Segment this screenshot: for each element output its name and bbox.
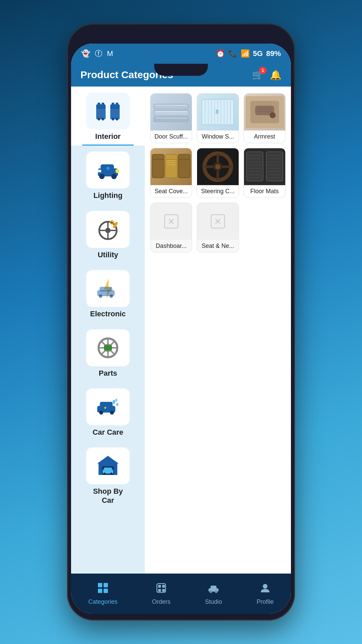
svg-point-134 bbox=[215, 590, 218, 593]
interior-icon-box bbox=[86, 93, 130, 129]
svg-rect-51 bbox=[104, 468, 112, 471]
svg-rect-16 bbox=[98, 170, 101, 172]
svg-point-30 bbox=[99, 294, 102, 298]
svg-rect-11 bbox=[116, 103, 118, 105]
shop-by-car-icon-box bbox=[86, 447, 130, 484]
svg-point-14 bbox=[99, 174, 105, 179]
svg-point-18 bbox=[106, 167, 110, 170]
orders-label: Orders bbox=[152, 598, 170, 605]
steering-name: Steering C... bbox=[197, 185, 238, 198]
svg-rect-123 bbox=[104, 583, 108, 587]
gmail-icon: M bbox=[107, 49, 113, 58]
svg-text:8: 8 bbox=[216, 109, 219, 115]
armrest-name: Armrest bbox=[244, 130, 285, 143]
svg-rect-10 bbox=[112, 103, 114, 105]
svg-rect-1 bbox=[96, 104, 106, 109]
seat-neck-image-placeholder bbox=[197, 203, 238, 240]
seat-cover-image bbox=[150, 148, 192, 185]
steering-image bbox=[197, 148, 238, 185]
floor-mat-image bbox=[244, 148, 285, 185]
product-card-window-shade[interactable]: 8 Window S... bbox=[197, 93, 239, 143]
cart-button[interactable]: 🛒 1 bbox=[252, 69, 264, 80]
window-shade-name: Window S... bbox=[197, 130, 238, 143]
door-scuff-name: Door Scuff... bbox=[150, 130, 192, 143]
svg-rect-56 bbox=[154, 117, 188, 122]
signal-icon: 5G bbox=[253, 49, 263, 58]
svg-point-44 bbox=[113, 400, 115, 404]
car-care-label: Car Care bbox=[93, 428, 123, 437]
nav-categories[interactable]: Categories bbox=[81, 582, 124, 605]
svg-rect-5 bbox=[102, 103, 104, 105]
svg-point-77 bbox=[270, 113, 275, 118]
window-shade-image: 8 bbox=[197, 94, 238, 130]
svg-point-43 bbox=[110, 411, 114, 415]
svg-rect-54 bbox=[154, 104, 188, 109]
svg-rect-125 bbox=[104, 589, 108, 593]
clock-icon: ⏰ bbox=[216, 49, 225, 58]
svg-point-45 bbox=[116, 403, 118, 406]
svg-rect-8 bbox=[112, 118, 114, 120]
svg-point-52 bbox=[104, 473, 106, 475]
svg-point-46 bbox=[115, 398, 117, 402]
orders-icon bbox=[156, 582, 167, 596]
svg-rect-6 bbox=[110, 108, 120, 119]
cart-badge: 1 bbox=[259, 67, 266, 74]
studio-icon bbox=[208, 582, 219, 596]
svg-point-31 bbox=[110, 294, 113, 298]
product-card-door-scuff[interactable]: Door Scuff... bbox=[150, 93, 192, 143]
svg-point-117 bbox=[170, 220, 172, 222]
product-card-floor-mats[interactable]: Floor Mats bbox=[244, 148, 286, 198]
sidebar-item-shop-by-car[interactable]: Shop ByCar bbox=[71, 441, 145, 509]
svg-rect-39 bbox=[104, 345, 112, 351]
lighting-icon-box bbox=[86, 152, 130, 189]
door-scuff-image bbox=[150, 94, 192, 130]
product-card-dashboard[interactable]: Dashboar... bbox=[150, 203, 192, 253]
svg-rect-3 bbox=[102, 118, 104, 120]
product-grid-area: Door Scuff... bbox=[145, 87, 291, 574]
svg-rect-0 bbox=[96, 108, 106, 119]
svg-rect-7 bbox=[110, 104, 120, 109]
svg-point-53 bbox=[110, 473, 112, 475]
product-card-steering[interactable]: Steering C... bbox=[197, 148, 239, 198]
svg-rect-78 bbox=[152, 158, 164, 178]
armrest-image bbox=[244, 94, 285, 130]
product-card-armrest[interactable]: Armrest bbox=[244, 93, 286, 143]
svg-point-15 bbox=[111, 174, 117, 179]
svg-rect-4 bbox=[98, 103, 100, 105]
electronic-icon-box bbox=[86, 270, 130, 307]
nav-profile[interactable]: Profile bbox=[250, 582, 280, 605]
electronic-label: Electronic bbox=[90, 310, 126, 318]
notch bbox=[154, 64, 208, 76]
svg-rect-127 bbox=[158, 585, 161, 588]
sidebar-item-utility[interactable]: Utility bbox=[71, 205, 145, 264]
snapchat-icon: 👻 bbox=[81, 49, 90, 58]
nav-orders[interactable]: Orders bbox=[145, 582, 177, 605]
product-grid: Door Scuff... bbox=[150, 93, 286, 253]
studio-label: Studio bbox=[205, 598, 222, 605]
svg-rect-124 bbox=[98, 589, 102, 593]
svg-rect-130 bbox=[162, 589, 165, 592]
status-right-info: ⏰ 📞 📶 5G 89% bbox=[216, 49, 281, 58]
notification-button[interactable]: 🔔 bbox=[270, 69, 282, 80]
svg-point-94 bbox=[215, 164, 220, 169]
battery-level: 89% bbox=[266, 49, 281, 58]
sidebar-item-lighting[interactable]: Lighting bbox=[71, 146, 145, 205]
dashboard-image-placeholder bbox=[150, 203, 192, 240]
sidebar-item-parts[interactable]: Parts bbox=[71, 323, 145, 382]
svg-rect-83 bbox=[178, 154, 190, 159]
categories-icon bbox=[97, 582, 109, 596]
svg-point-42 bbox=[99, 411, 103, 415]
product-card-seat-cover[interactable]: Seat Cove... bbox=[150, 148, 192, 198]
svg-point-121 bbox=[217, 220, 219, 222]
seat-neck-name: Seat & Ne... bbox=[197, 240, 238, 252]
nav-studio[interactable]: Studio bbox=[198, 582, 229, 605]
sidebar-item-car-care[interactable]: ✦ Car Care bbox=[71, 382, 145, 441]
sidebar-item-electronic[interactable]: Electronic bbox=[71, 264, 145, 323]
svg-rect-96 bbox=[246, 152, 263, 181]
svg-point-17 bbox=[115, 169, 119, 173]
sidebar-item-interior[interactable]: Interior bbox=[71, 87, 145, 146]
phone-frame: 👻 ⓕ M ⏰ 📞 📶 5G 89% Product Categories 🛒 … bbox=[67, 23, 295, 621]
product-card-seat-neck[interactable]: Seat & Ne... bbox=[197, 203, 239, 253]
svg-text:✦: ✦ bbox=[103, 405, 107, 411]
facebook-icon: ⓕ bbox=[95, 49, 102, 59]
